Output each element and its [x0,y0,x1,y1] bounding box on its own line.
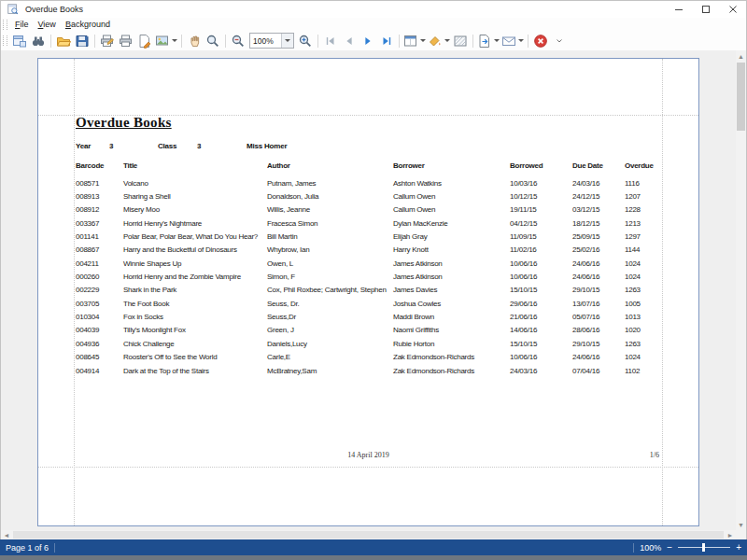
cell-borrower: Ashton Watkins [393,179,442,188]
table-row: 008912Misery MooWillis, JeanneCallum Owe… [38,203,698,217]
bottom-margin-guide [38,467,698,468]
menu-view[interactable]: View [34,19,61,30]
horizontal-scrollbar-thumb[interactable] [13,531,724,539]
zoom-slider[interactable]: − + [667,543,741,553]
cell-overdue: 1102 [625,367,640,375]
maximize-button[interactable] [692,1,719,18]
cell-author: Whybrow, Ian [267,245,309,254]
scroll-down-arrow[interactable]: ▼ [736,519,746,530]
cell-borrower: Harry Knott [393,245,429,254]
export-icon [477,34,492,49]
zoom-slider-thumb[interactable] [702,543,705,552]
cell-barcode: 004914 [76,367,99,375]
minimize-button[interactable] [665,1,692,18]
zoom-in-control[interactable]: + [736,543,741,553]
dropdown-caret [172,39,177,42]
report-page-footer: 14 April 2019 1/6 [38,451,698,462]
cell-borrower: Callum Owen [393,192,435,201]
cell-borrowed: 15/10/15 [510,286,537,294]
first-page-button[interactable] [322,33,339,49]
background-picture-icon [155,34,170,49]
cell-due_date: 24/06/16 [572,259,599,268]
cell-author: Bill Martin [267,232,297,241]
cell-borrowed: 11/02/16 [510,245,537,254]
zoom-out-control[interactable]: − [667,543,672,553]
open-folder-icon [56,34,71,49]
app-window: Overdue Books File View Background [0,0,747,560]
scroll-right-arrow[interactable]: ► [725,530,736,539]
print-button[interactable] [118,33,134,49]
watermark-button[interactable] [452,33,469,49]
zoom-slider-track[interactable] [678,547,730,548]
cell-title: Winnie Shapes Up [123,259,181,268]
close-button[interactable] [719,1,746,18]
cell-author: Green, J [267,326,294,334]
menubar-drag-handle[interactable] [3,20,7,30]
next-page-button[interactable] [359,33,376,49]
column-header-author: Author [267,161,290,170]
cell-title: Rooster's Off to See the World [123,353,217,361]
print-preview-app-icon [7,3,20,16]
horizontal-scrollbar[interactable]: ◄ ► [1,530,736,539]
email-button[interactable] [501,33,524,49]
cell-due_date: 05/07/16 [572,313,599,321]
cell-due_date: 24/06/16 [572,273,599,281]
report-page: Overdue Books Year 3 Class 3 Miss Homer … [37,58,699,526]
pan-button[interactable] [186,33,203,49]
dropdown-caret [494,39,500,42]
scrollbar-corner [736,530,746,539]
toolbar-drag-handle[interactable] [3,35,7,46]
background-picture-button[interactable] [155,33,177,49]
vertical-scrollbar[interactable]: ▲ ▼ [736,50,746,530]
class-label: Class [158,142,176,150]
open-button[interactable] [55,33,72,49]
cell-borrowed: 10/03/16 [510,179,537,188]
print-setup-button[interactable] [99,33,116,49]
cell-barcode: 004936 [76,340,99,348]
last-page-button[interactable] [378,33,395,49]
close-print-preview-button[interactable] [532,33,549,49]
save-icon [75,34,90,49]
toolbar-separator [317,35,318,48]
statusbar-separator [54,543,55,553]
cell-borrower: Dylan MacKenzie [393,219,448,228]
save-button[interactable] [74,33,91,49]
cell-title: The Foot Book [123,300,169,308]
toolbar-separator [181,35,182,48]
page-setup-button[interactable] [136,33,153,49]
cell-author: Putnam, James [267,179,316,188]
scroll-left-arrow[interactable]: ◄ [1,530,12,539]
previous-page-icon [343,35,356,48]
column-header-borrowed: Borrowed [510,161,543,170]
menu-background[interactable]: Background [61,19,115,30]
cell-barcode: 000260 [76,273,99,281]
previous-page-button[interactable] [341,33,358,49]
cell-borrowed: 04/12/15 [510,219,537,228]
export-button[interactable] [477,33,500,49]
page-layout-button[interactable] [403,33,426,49]
minimize-icon [674,5,684,14]
table-row: 003705The Foot BookSeuss, Dr.Joshua Cowl… [38,298,698,311]
vertical-scrollbar-thumb[interactable] [737,63,745,131]
zoom-out-button[interactable] [230,33,247,49]
scroll-up-arrow[interactable]: ▲ [736,50,746,62]
menu-file[interactable]: File [10,19,34,30]
preview-viewport: Overdue Books Year 3 Class 3 Miss Homer … [1,50,736,530]
toolbar-options-button[interactable] [551,33,568,49]
zoom-combobox-dropdown[interactable] [281,34,293,48]
zoom-tool-button[interactable] [204,33,221,49]
cell-due_date: 18/12/15 [572,219,599,228]
report-view-button[interactable] [11,33,28,49]
cell-due_date: 29/10/15 [572,340,599,348]
next-page-icon [361,35,374,48]
page-color-button[interactable] [428,33,450,49]
zoom-in-button[interactable] [297,33,314,49]
cell-barcode: 008645 [76,353,99,361]
cell-borrowed: 15/10/15 [510,340,537,348]
zoom-combobox[interactable]: 100% [249,33,294,49]
find-button[interactable] [30,33,47,49]
cell-barcode: 002229 [76,286,99,294]
cell-overdue: 1013 [625,313,641,321]
cell-title: Harry and the Bucketful of Dinosaurs [123,245,237,254]
cell-title: Tilly's Moonlight Fox [123,326,186,334]
